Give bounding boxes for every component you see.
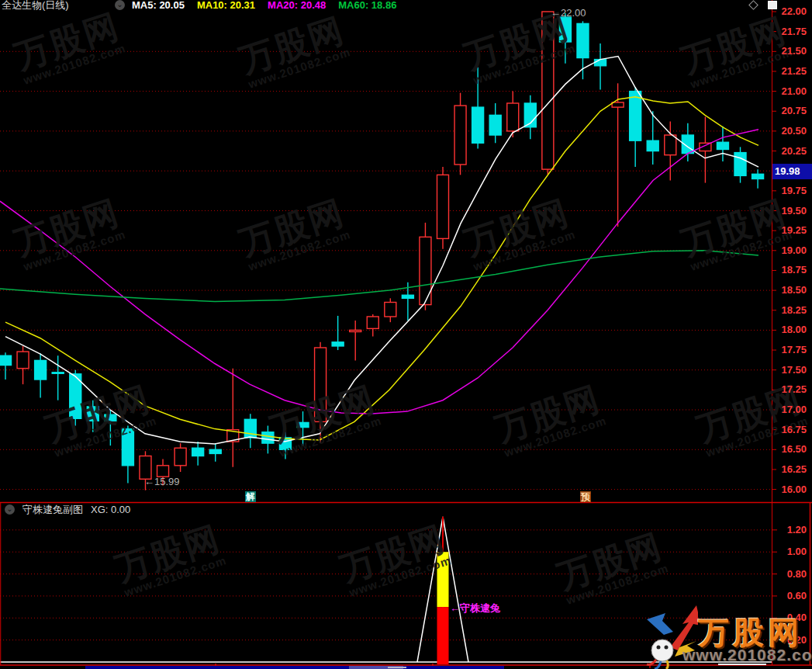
price-axis-label: 20.25 — [774, 145, 807, 157]
high-price-annotation: ←22.00 — [551, 7, 586, 19]
site-logo[interactable]: 万股网 www.201082.com — [634, 602, 812, 669]
logo-url-text: www.201082.com — [682, 646, 812, 664]
sub-chart-value: XG: 0.00 — [91, 504, 130, 515]
price-axis-label: 19.25 — [774, 224, 807, 236]
price-axis-label: 19.00 — [774, 244, 807, 256]
trading-app-window: 万股网www.201082.com万股网www.201082.com万股网www… — [0, 0, 812, 669]
price-axis-label: 20.50 — [774, 125, 807, 137]
diamond-icon[interactable] — [748, 0, 758, 10]
price-axis-label: 19.75 — [774, 185, 807, 196]
low-price-annotation: ←15.99 — [144, 476, 180, 487]
price-axis-label: 22.00 — [774, 5, 807, 17]
price-axis-label: 18.50 — [774, 284, 807, 296]
price-axis-label: 18.75 — [774, 264, 807, 276]
sub-axis-label: 0.80 — [774, 568, 807, 580]
logo-underline — [718, 664, 766, 665]
price-axis-label: 17.25 — [774, 383, 807, 395]
ma-value-label: MA60: 18.86 — [338, 0, 396, 11]
signal-annotation: ←守株逮兔 — [450, 601, 500, 615]
price-axis-label: 17.50 — [774, 364, 807, 376]
sub-axis-label: 1.20 — [774, 524, 807, 536]
price-axis-label: 21.25 — [774, 65, 807, 77]
sub-chart-header: ⌄ 守株逮兔副图 XG: 0.00 — [5, 504, 130, 515]
price-axis-label: 21.50 — [774, 45, 807, 57]
ma-value-label: MA10: 20.31 — [197, 0, 255, 11]
sub-axis-label: 1.00 — [774, 546, 807, 557]
price-axis-label: 19.50 — [774, 205, 807, 217]
price-axis-label: 17.75 — [774, 344, 807, 355]
price-axis-label: 21.00 — [774, 85, 807, 97]
price-axis-label: 17.00 — [774, 404, 807, 415]
time-scrollbar[interactable] — [85, 666, 504, 669]
chevron-down-icon[interactable]: ⌄ — [5, 504, 15, 515]
ma-value-label: MA20: 20.48 — [268, 0, 326, 11]
scrollbar-tick — [388, 667, 406, 669]
price-axis-label: 16.75 — [774, 424, 807, 435]
price-axis-label: 20.75 — [774, 105, 807, 116]
last-price-badge: 19.98 — [772, 164, 812, 179]
chevron-down-icon[interactable]: ⌄ — [115, 0, 125, 10]
stock-title: 全达生物(日线) — [2, 0, 69, 10]
sub-chart-title: 守株逮兔副图 — [22, 503, 83, 517]
ma-values: MA5: 20.05MA10: 20.31MA20: 20.48MA60: 18… — [132, 0, 409, 11]
price-axis-label: 18.25 — [774, 304, 807, 316]
price-axis-label: 16.50 — [774, 443, 807, 455]
event-badge[interactable]: 预 — [580, 491, 591, 502]
sub-axis-label: 0.60 — [774, 590, 807, 601]
price-axis-label: 21.75 — [774, 26, 807, 37]
price-axis-label: 16.25 — [774, 463, 807, 475]
price-axis-label: 18.00 — [774, 324, 807, 335]
price-axis-label: 16.00 — [774, 484, 807, 495]
ma-value-label: MA5: 20.05 — [132, 0, 185, 11]
event-badge[interactable]: 解 — [245, 491, 256, 502]
